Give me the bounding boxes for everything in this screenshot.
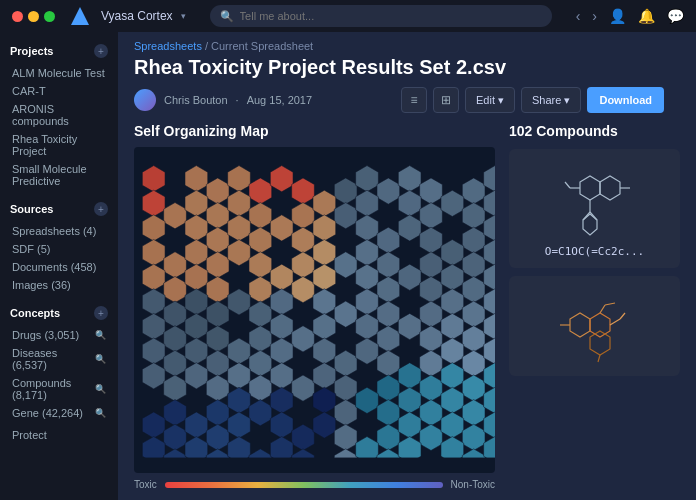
concepts-title: Concepts: [10, 307, 60, 319]
scale-toxic-label: Toxic: [134, 479, 157, 490]
main-layout: Projects + ALM Molecule Test CAR-T ARONI…: [0, 32, 696, 500]
sidebar: Projects + ALM Molecule Test CAR-T ARONI…: [0, 32, 118, 500]
compound-structure-2: [535, 286, 655, 366]
compound-card-2[interactable]: [509, 276, 680, 376]
svg-marker-1: [580, 176, 600, 200]
file-meta-author: Chris Bouton: [164, 94, 228, 106]
back-icon[interactable]: ‹: [576, 8, 581, 24]
sources-title: Sources: [10, 203, 53, 215]
app-caret-icon[interactable]: ▾: [181, 11, 186, 21]
molecule-svg-2: [540, 289, 650, 364]
share-button[interactable]: Share ▾: [521, 87, 581, 113]
add-concept-button[interactable]: +: [94, 306, 108, 320]
titlebar-icons: ‹ › 👤 🔔 💬: [576, 8, 684, 24]
sidebar-item-spreadsheets[interactable]: Spreadsheets (4): [10, 222, 108, 240]
sidebar-item-compounds[interactable]: Compounds (8,171) 🔍: [10, 374, 108, 404]
sidebar-item-alm[interactable]: ALM Molecule Test: [10, 64, 108, 82]
content-body: Self Organizing Map: [118, 123, 696, 500]
grid-view-button[interactable]: ⊞: [433, 87, 459, 113]
add-source-button[interactable]: +: [94, 202, 108, 216]
breadcrumb-separator: /: [202, 40, 211, 52]
forward-icon[interactable]: ›: [592, 8, 597, 24]
chat-icon[interactable]: 💬: [667, 8, 684, 24]
search-input[interactable]: [240, 10, 542, 22]
svg-marker-12: [590, 331, 610, 355]
hex-map-svg: [134, 147, 495, 473]
compound-card-1[interactable]: O=C1OC(=Cc2c...: [509, 149, 680, 268]
breadcrumb: Spreadsheets / Current Spreadsheet: [118, 32, 696, 56]
sidebar-item-rhea[interactable]: Rhea Toxicity Project: [10, 130, 108, 160]
svg-marker-2: [600, 176, 620, 200]
svg-line-16: [600, 305, 605, 313]
toolbar: ≡ ⊞ Edit ▾ Share ▾ Download: [401, 87, 680, 113]
minimize-button[interactable]: [28, 11, 39, 22]
svg-marker-10: [570, 313, 590, 337]
file-meta-separator: ·: [236, 94, 239, 106]
maximize-button[interactable]: [44, 11, 55, 22]
svg-marker-11: [590, 313, 610, 337]
sidebar-item-sdf[interactable]: SDF (5): [10, 240, 108, 258]
sources-section-header: Sources +: [10, 202, 108, 216]
right-panel: 102 Compounds: [495, 123, 680, 490]
sidebar-item-small-molecule[interactable]: Small Molecule Predictive: [10, 160, 108, 190]
projects-section-header: Projects +: [10, 44, 108, 58]
traffic-lights: [12, 11, 55, 22]
file-title: Rhea Toxicity Project Results Set 2.csv: [118, 56, 696, 87]
diseases-search-icon[interactable]: 🔍: [95, 354, 106, 364]
sidebar-item-gene[interactable]: Gene (42,264) 🔍: [10, 404, 108, 422]
sidebar-item-images[interactable]: Images (36): [10, 276, 108, 294]
map-title: Self Organizing Map: [134, 123, 495, 139]
app-name: Vyasa Cortex: [101, 9, 173, 23]
svg-line-17: [605, 303, 615, 305]
sidebar-item-drugs[interactable]: Drugs (3,051) 🔍: [10, 326, 108, 344]
sidebar-item-diseases[interactable]: Diseases (6,537) 🔍: [10, 344, 108, 374]
titlebar: Vyasa Cortex ▾ 🔍 ‹ › 👤 🔔 💬: [0, 0, 696, 32]
map-section: Self Organizing Map: [134, 123, 495, 490]
scale-nontoxic-label: Non-Toxic: [451, 479, 495, 490]
file-meta-date: Aug 15, 2017: [247, 94, 312, 106]
gene-search-icon[interactable]: 🔍: [95, 408, 106, 418]
projects-title: Projects: [10, 45, 53, 57]
svg-line-15: [620, 313, 625, 319]
svg-line-14: [610, 319, 620, 325]
sidebar-item-cart[interactable]: CAR-T: [10, 82, 108, 100]
molecule-svg-1: [540, 162, 650, 237]
protect-label: Protect: [10, 426, 108, 444]
compounds-search-icon[interactable]: 🔍: [95, 384, 106, 394]
compounds-title: 102 Compounds: [509, 123, 680, 139]
svg-line-9: [565, 182, 570, 188]
sidebar-item-documents[interactable]: Documents (458): [10, 258, 108, 276]
user-icon[interactable]: 👤: [609, 8, 626, 24]
bell-icon[interactable]: 🔔: [638, 8, 655, 24]
svg-line-18: [598, 355, 600, 362]
compound-structure-1: [535, 159, 655, 239]
hex-map-container[interactable]: [134, 147, 495, 473]
download-button[interactable]: Download: [587, 87, 664, 113]
scale-bar: [165, 482, 443, 488]
breadcrumb-parent-link[interactable]: Spreadsheets: [134, 40, 202, 52]
sidebar-item-aronis[interactable]: ARONIS compounds: [10, 100, 108, 130]
content-area: Spreadsheets / Current Spreadsheet Rhea …: [118, 32, 696, 500]
toxicity-scale: Toxic Non-Toxic: [134, 479, 495, 490]
concepts-section-header: Concepts +: [10, 306, 108, 320]
author-avatar: [134, 89, 156, 111]
global-search-bar[interactable]: 🔍: [210, 5, 552, 27]
drugs-search-icon[interactable]: 🔍: [95, 330, 106, 340]
close-button[interactable]: [12, 11, 23, 22]
add-project-button[interactable]: +: [94, 44, 108, 58]
breadcrumb-current: Current Spreadsheet: [211, 40, 313, 52]
search-icon: 🔍: [220, 10, 234, 23]
compound-label-1: O=C1OC(=Cc2c...: [545, 245, 644, 258]
edit-button[interactable]: Edit ▾: [465, 87, 515, 113]
list-view-button[interactable]: ≡: [401, 87, 427, 113]
app-logo: [71, 7, 89, 25]
